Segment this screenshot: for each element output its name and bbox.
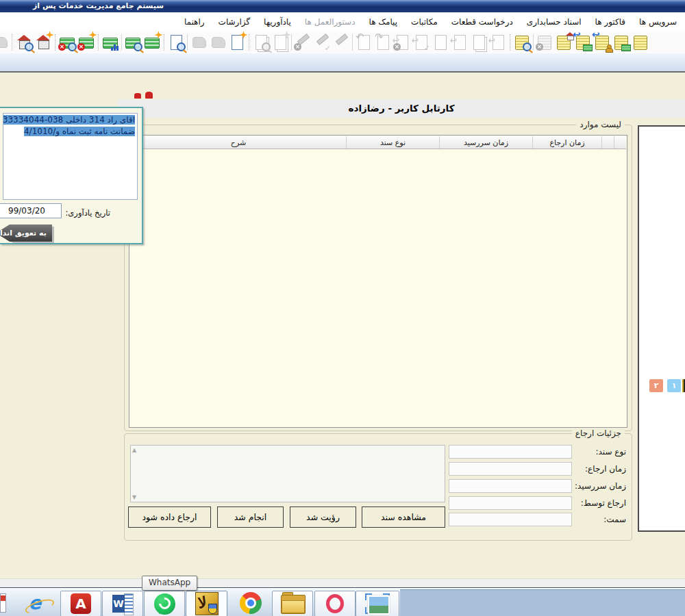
mail-partial-icon xyxy=(0,593,6,613)
postpone-button[interactable]: به تعویق اندا xyxy=(0,224,52,242)
desktop-strip xyxy=(0,578,685,587)
list-groupbox: لیست موارد زمان ارجاع زمان سررسید نوع سن… xyxy=(124,125,632,431)
referred-by-field[interactable] xyxy=(449,496,572,510)
search-card-icon[interactable] xyxy=(124,33,142,52)
menu-item[interactable]: راهنما xyxy=(184,17,205,27)
opera-icon xyxy=(326,594,344,613)
menu-item: دستورالعمل ها xyxy=(305,17,356,27)
note-home-icon[interactable] xyxy=(555,33,573,52)
taskbar-button-mail-partial[interactable] xyxy=(0,591,6,615)
pager-badge-partial[interactable] xyxy=(682,379,685,392)
new-home-icon[interactable] xyxy=(34,33,52,52)
column-header-doc-type[interactable]: نوع سند xyxy=(346,136,439,149)
toolbar-separator xyxy=(533,34,534,51)
due-time-field[interactable] xyxy=(449,479,572,493)
word-icon: W xyxy=(112,593,133,614)
doc-type-field[interactable] xyxy=(449,445,572,459)
toolbar-separator xyxy=(510,34,510,51)
taskbar-button-whatsapp[interactable] xyxy=(144,591,185,616)
taskbar-button-adobe-reader[interactable]: A xyxy=(60,591,101,616)
done-button[interactable]: انجام شد xyxy=(217,506,284,528)
reminder-date-label: تاریخ یادآوری: xyxy=(65,208,110,218)
taskbar-blue-area[interactable] xyxy=(400,589,685,616)
new-cancel-card-icon[interactable] xyxy=(77,33,95,52)
refer-button[interactable]: ارجاع داده شود xyxy=(128,506,211,528)
search-home-icon[interactable] xyxy=(15,33,33,52)
undo-icon: ↶ xyxy=(355,33,373,52)
column-header-due-time[interactable]: زمان سررسید xyxy=(439,136,532,149)
doc-type-label: نوع سند: xyxy=(573,447,626,457)
taskbar-button-folder[interactable] xyxy=(272,591,313,616)
window-titlebar[interactable]: سیستم جامع مدیریت خدمات پس از xyxy=(0,0,685,12)
page-icon xyxy=(432,33,449,52)
pager-badge-1[interactable]: ۱ xyxy=(667,379,681,392)
note-return-person-icon[interactable]: ↩ xyxy=(593,33,611,52)
menu-item[interactable]: پیامک ها xyxy=(369,17,397,27)
toolbar-separator xyxy=(164,34,164,51)
toolbar: ✓↶↷↩↩✓↩↩↩↩ xyxy=(0,31,685,53)
toolbar-separator xyxy=(12,34,12,51)
edit-delete-icon xyxy=(294,33,312,52)
new-document-icon[interactable] xyxy=(228,33,246,52)
side-panel xyxy=(638,125,685,532)
note-icon[interactable] xyxy=(632,33,649,52)
image-viewer-icon xyxy=(365,593,390,614)
referred-by-label: ارجاع توسط: xyxy=(573,498,626,508)
toolbar-separator xyxy=(121,34,122,51)
menu-bar: سرویس هافاکتور هااسناد حسابداریدرخواست ق… xyxy=(0,12,685,31)
note-card-icon[interactable] xyxy=(612,33,630,52)
taskbar-button-persian-app[interactable]: لا xyxy=(186,591,227,616)
internet-explorer-icon: e xyxy=(29,593,41,613)
new-card-icon[interactable] xyxy=(143,33,161,52)
screen: { "window": { "title": "سیستم جامع مدیری… xyxy=(0,0,685,616)
reminder-note-line-2: ضمانت نامه ثبت نماه و/4/1010 xyxy=(24,127,135,136)
column-header-empty-2[interactable] xyxy=(601,136,614,149)
taskbar-button-chrome[interactable] xyxy=(232,591,269,615)
reminder-popup: اقای راد 314 داخلی 038-33334044 ضمانت نا… xyxy=(0,107,143,244)
menu-item[interactable]: فاکتور ها xyxy=(595,17,626,27)
search-cancel-card-icon[interactable] xyxy=(58,33,76,52)
reminder-note-line-1: اقای راد 314 داخلی 038-33334044 xyxy=(3,115,135,125)
taskbar-button-image-viewer[interactable] xyxy=(356,591,399,616)
search-note-icon[interactable] xyxy=(513,33,531,52)
partial-icon xyxy=(0,33,9,52)
parts-icon xyxy=(190,33,208,52)
position-field[interactable] xyxy=(449,513,572,526)
details-note-area[interactable]: ▲ ▼ xyxy=(130,445,445,502)
taskbar-button-opera[interactable] xyxy=(314,591,356,616)
parts-return-icon xyxy=(209,33,227,52)
taskbar-button-internet-explorer[interactable]: e xyxy=(23,591,47,615)
menu-item[interactable]: یادآوریها xyxy=(264,17,291,27)
pager-badge-2[interactable]: ۲ xyxy=(649,379,663,392)
column-header-empty-1[interactable] xyxy=(614,136,626,149)
scroll-down-icon[interactable]: ▼ xyxy=(132,494,136,500)
folder-icon xyxy=(281,595,304,613)
list-group-label: لیست موارد xyxy=(576,120,625,129)
column-header-referral-time[interactable]: زمان ارجاع xyxy=(532,136,601,149)
whatsapp-tooltip: WhatsApp xyxy=(142,576,197,591)
referral-time-field[interactable] xyxy=(449,462,572,476)
red-mark-left xyxy=(134,93,141,99)
taskbar-button-word[interactable]: W xyxy=(102,591,143,616)
scroll-up-icon[interactable]: ▲ xyxy=(132,447,136,453)
menu-item[interactable]: اسناد حسابداری xyxy=(527,17,582,27)
menu-item[interactable]: مکاتبات xyxy=(411,17,438,27)
seen-button[interactable]: رؤیت شد xyxy=(290,506,356,528)
menu-item[interactable]: سرویس ها xyxy=(639,17,677,27)
note-return-card-icon[interactable]: ↩ xyxy=(574,33,592,52)
preview-document-icon[interactable] xyxy=(167,33,185,52)
reminder-note-textarea[interactable]: اقای راد 314 داخلی 038-33334044 ضمانت نا… xyxy=(3,113,138,200)
toolbar-lower-band xyxy=(0,53,685,73)
postpone-button-wrap: به تعویق اندا xyxy=(0,224,55,242)
items-table: زمان ارجاع زمان سررسید نوع سند شرح xyxy=(129,135,627,428)
reminder-date-field[interactable]: 99/03/20 xyxy=(0,203,62,218)
toolbar-separator xyxy=(291,34,292,51)
return-cancel-icon: ↩ xyxy=(393,33,411,52)
menu-item[interactable]: درخواست قطعات xyxy=(451,17,513,27)
toolbar-separator xyxy=(98,34,99,51)
view-document-button[interactable]: مشاهده سند xyxy=(362,506,445,528)
menu-item[interactable]: گزارشات xyxy=(219,17,250,27)
items-table-body[interactable] xyxy=(130,149,626,426)
column-header-description[interactable]: شرح xyxy=(130,136,346,149)
card-report-icon[interactable] xyxy=(101,33,119,52)
